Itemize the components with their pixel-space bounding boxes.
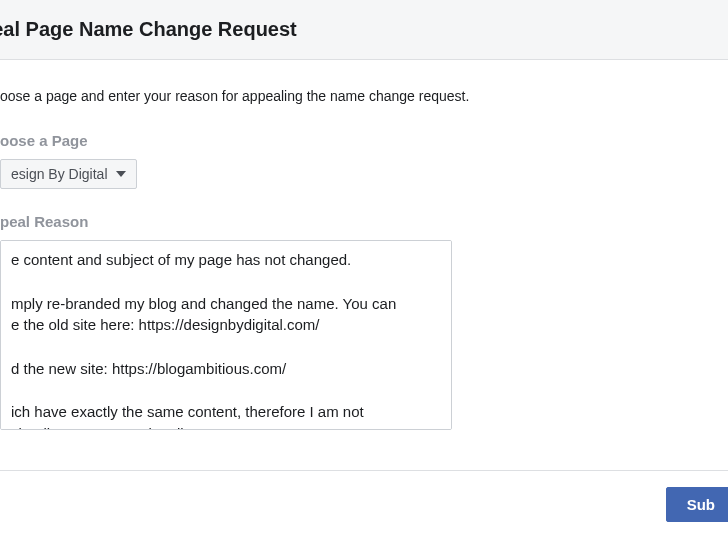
- page-selector-dropdown[interactable]: esign By Digital: [0, 159, 137, 189]
- page-selector-value: esign By Digital: [11, 166, 108, 182]
- appeal-reason-text[interactable]: e content and subject of my page has not…: [11, 249, 441, 421]
- appeal-reason-textarea[interactable]: e content and subject of my page has not…: [0, 240, 452, 430]
- submit-button[interactable]: Sub: [666, 487, 728, 522]
- footer-bar: Sub: [0, 470, 728, 522]
- appeal-reason-label: peal Reason: [0, 213, 728, 230]
- form-content: oose a page and enter your reason for ap…: [0, 60, 728, 430]
- choose-page-label: oose a Page: [0, 132, 728, 149]
- page-title: peal Page Name Change Request: [0, 18, 728, 41]
- intro-text: oose a page and enter your reason for ap…: [0, 88, 728, 104]
- caret-down-icon: [116, 171, 126, 177]
- appeal-reason-section: peal Reason e content and subject of my …: [0, 213, 728, 430]
- header-bar: peal Page Name Change Request: [0, 0, 728, 60]
